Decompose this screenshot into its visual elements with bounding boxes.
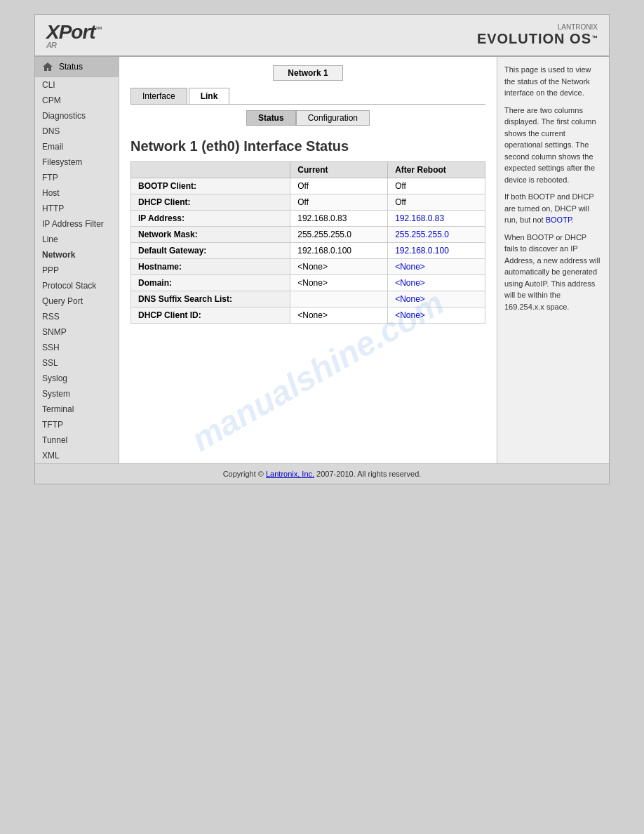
sidebar-item-ssh[interactable]: SSH (35, 340, 119, 355)
table-cell-field: DHCP Client: (131, 194, 290, 211)
footer: Copyright © Lantronix, Inc. 2007-2010. A… (35, 463, 609, 484)
header: XPort™ AR LANTRONIX EVOLUTION OS™ (35, 15, 609, 57)
sidebar-item-http[interactable]: HTTP (35, 201, 119, 216)
page-title: Network 1 (eth0) Interface Status (119, 131, 497, 161)
table-cell-current: Off (290, 194, 388, 211)
sidebar-item-filesystem[interactable]: Filesystem (35, 154, 119, 170)
help-panel: This page is used to view the status of … (497, 57, 609, 463)
table-cell-current: <None> (290, 259, 388, 275)
sidebar-item-tunnel[interactable]: Tunnel (35, 432, 119, 448)
status-table: Current After Reboot BOOTP Client:OffOff… (130, 161, 485, 324)
tab-interface[interactable]: Interface (130, 88, 187, 104)
help-para2: There are two columns displayed. The fir… (504, 105, 602, 186)
table-cell-field: Network Mask: (131, 227, 290, 243)
table-cell-after-reboot: Off (388, 194, 485, 211)
table-cell-current: <None> (290, 275, 388, 291)
sidebar-item-ppp[interactable]: PPP (35, 263, 119, 278)
network-selector: Network 1 (130, 65, 485, 81)
table-row: BOOTP Client:OffOff (131, 178, 485, 194)
network-tabs-section: Network 1 Interface Link Status Configur… (119, 57, 497, 126)
network-dropdown[interactable]: Network 1 (273, 65, 342, 81)
table-cell-field: IP Address: (131, 211, 290, 227)
table-row: DHCP Client:OffOff (131, 194, 485, 211)
help-para4: When BOOTP or DHCP fails to discover an … (504, 232, 602, 313)
help-para3: If both BOOTP and DHCP are turned on, DH… (504, 191, 602, 226)
table-cell-current: Off (290, 178, 388, 194)
sidebar-item-terminal[interactable]: Terminal (35, 402, 119, 417)
interface-link-tabs: Interface Link (130, 88, 485, 105)
table-cell-current: 255.255.255.0 (290, 227, 388, 243)
table-cell-current (290, 291, 388, 307)
table-cell-current: 192.168.0.83 (290, 211, 388, 227)
sidebar-item-line[interactable]: Line (35, 232, 119, 247)
table-cell-field: DNS Suffix Search List: (131, 291, 290, 307)
sidebar-item-dns[interactable]: DNS (35, 124, 119, 139)
table-cell-after-reboot: <None> (388, 275, 485, 291)
sidebar-item-network[interactable]: Network (35, 247, 119, 263)
table-row: DHCP Client ID:<None><None> (131, 307, 485, 324)
sidebar-item-email[interactable]: Email (35, 139, 119, 154)
table-cell-field: Domain: (131, 275, 290, 291)
sidebar-item-ssl[interactable]: SSL (35, 355, 119, 371)
sidebar-item-rss[interactable]: RSS (35, 309, 119, 324)
help-bootp-highlight: BOOTP (546, 216, 572, 224)
main-content: Network 1 Interface Link Status Configur… (119, 57, 497, 463)
status-config-subtabs: Status Configuration (130, 110, 485, 126)
subtab-configuration[interactable]: Configuration (296, 110, 370, 126)
sidebar-item-host[interactable]: Host (35, 185, 119, 201)
tab-link[interactable]: Link (189, 88, 230, 104)
sidebar-item-snmp[interactable]: SNMP (35, 324, 119, 340)
sidebar-item-protocol-stack[interactable]: Protocol Stack (35, 278, 119, 293)
table-cell-field: Default Gateway: (131, 243, 290, 259)
sidebar-item-status[interactable]: Status (35, 57, 119, 77)
table-cell-field: BOOTP Client: (131, 178, 290, 194)
table-cell-after-reboot: Off (388, 178, 485, 194)
table-cell-after-reboot: 192.168.0.100 (388, 243, 485, 259)
table-cell-after-reboot: 192.168.0.83 (388, 211, 485, 227)
table-row: Default Gateway:192.168.0.100192.168.0.1… (131, 243, 485, 259)
table-cell-field: Hostname: (131, 259, 290, 275)
sidebar-item-ip-address-filter[interactable]: IP Address Filter (35, 216, 119, 232)
col-header-field (131, 162, 290, 178)
table-cell-current: 192.168.0.100 (290, 243, 388, 259)
subtab-status[interactable]: Status (246, 110, 296, 126)
table-row: Hostname:<None><None> (131, 259, 485, 275)
status-table-wrapper: Current After Reboot BOOTP Client:OffOff… (119, 161, 497, 335)
sidebar-item-cli[interactable]: CLI (35, 77, 119, 93)
table-cell-field: DHCP Client ID: (131, 307, 290, 324)
sidebar-item-cpm[interactable]: CPM (35, 93, 119, 108)
sidebar-item-diagnostics[interactable]: Diagnostics (35, 108, 119, 124)
table-row: Domain:<None><None> (131, 275, 485, 291)
logo-lantronix: LANTRONIX EVOLUTION OS™ (477, 23, 598, 47)
sidebar-item-ftp[interactable]: FTP (35, 170, 119, 185)
sidebar-item-query-port[interactable]: Query Port (35, 293, 119, 309)
sidebar: Status CLI CPM Diagnostics DNS Email Fil… (35, 57, 119, 463)
table-cell-after-reboot: 255.255.255.0 (388, 227, 485, 243)
table-cell-after-reboot: <None> (388, 307, 485, 324)
sidebar-item-xml[interactable]: XML (35, 448, 119, 463)
table-row: IP Address:192.168.0.83192.168.0.83 (131, 211, 485, 227)
table-cell-current: <None> (290, 307, 388, 324)
table-row: Network Mask:255.255.255.0255.255.255.0 (131, 227, 485, 243)
table-cell-after-reboot: <None> (388, 291, 485, 307)
logo-xport: XPort™ AR (46, 21, 102, 49)
sidebar-item-system[interactable]: System (35, 386, 119, 402)
home-icon (42, 61, 53, 72)
table-cell-after-reboot: <None> (388, 259, 485, 275)
footer-link[interactable]: Lantronix, Inc. (266, 470, 314, 478)
col-header-current: Current (290, 162, 388, 178)
sidebar-item-tftp[interactable]: TFTP (35, 417, 119, 432)
help-para1: This page is used to view the status of … (504, 64, 602, 99)
col-header-after-reboot: After Reboot (388, 162, 485, 178)
sidebar-item-syslog[interactable]: Syslog (35, 371, 119, 386)
table-row: DNS Suffix Search List:<None> (131, 291, 485, 307)
